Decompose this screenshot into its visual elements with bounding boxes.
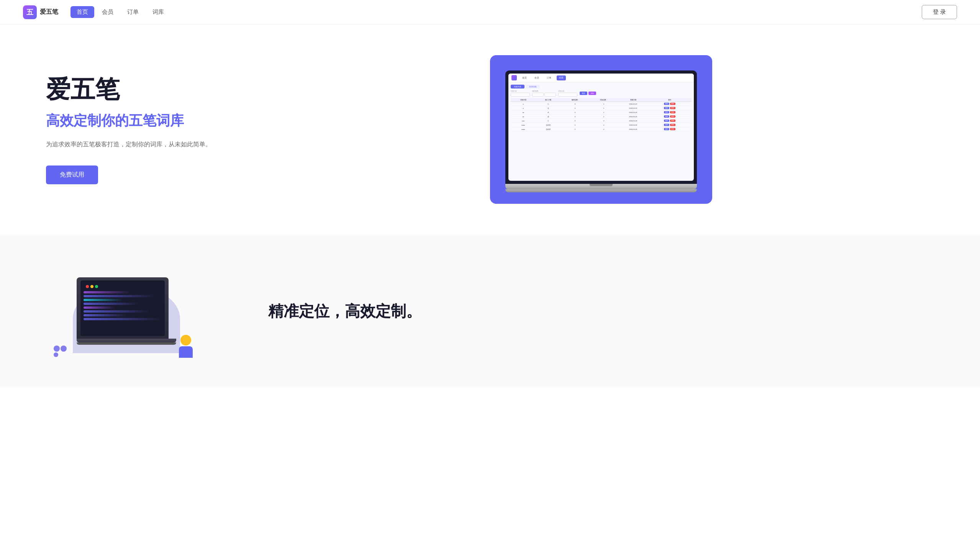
illus-plant-dot-3 xyxy=(54,352,58,357)
laptop-screen: 首页 会员 订单 词库 词条列表 添加词条 词条内容 xyxy=(508,74,694,181)
mini-nav-dict: 词库 xyxy=(557,75,566,80)
illus-dot-green xyxy=(95,285,98,288)
mini-table: 词条内容 输入方案 编码总数 ↑ 词条总数 ↑ 更新日期 操作 xyxy=(511,98,692,131)
logo-area[interactable]: 五 爱五笔 xyxy=(23,5,58,19)
second-section: 精准定位，高效定制。 xyxy=(0,234,980,388)
mini-tab-list: 词条列表 xyxy=(511,85,524,88)
hero-subtitle: 高效定制你的五笔词库 xyxy=(46,112,238,130)
illus-code-line-4 xyxy=(84,303,138,305)
mini-btn-group: 重置 搜索 xyxy=(580,92,596,95)
illus-char-head xyxy=(180,335,191,346)
illus-code-line-2 xyxy=(84,295,154,297)
mini-navbar: 首页 会员 订单 词库 xyxy=(508,74,694,82)
laptop-stand xyxy=(505,189,697,192)
mini-filter-label-1: 词条内容 xyxy=(511,90,530,92)
illus-plant-cluster xyxy=(54,346,67,352)
laptop-notch xyxy=(590,184,613,186)
mini-row-6: aaaa总经理042024-05-28 编辑删除 xyxy=(511,123,692,127)
mini-toolbar: 词条列表 添加词条 xyxy=(511,85,692,88)
mini-nav-member: 会员 xyxy=(532,75,541,80)
mini-row-1: a工012024-05-29 编辑删除 xyxy=(511,102,692,106)
laptop-mockup: 首页 会员 订单 词库 词条列表 添加词条 词条内容 xyxy=(505,70,697,184)
illus-code-line-7 xyxy=(84,314,126,316)
illus-code-line-6 xyxy=(84,310,150,313)
mini-nav-order: 订单 xyxy=(544,75,554,80)
nav-item-order[interactable]: 订单 xyxy=(121,6,145,18)
illus-laptop-body xyxy=(77,277,169,339)
mini-col-c1: 编码总数 ↑ xyxy=(561,98,590,102)
illus-code-line-1 xyxy=(84,291,130,293)
navbar: 五 爱五笔 首页 会员 订单 词库 登 录 xyxy=(0,0,980,25)
screenshot-container: 首页 会员 订单 词库 词条列表 添加词条 词条内容 xyxy=(490,55,712,204)
login-button[interactable]: 登 录 xyxy=(922,5,957,19)
illus-plant-cluster-2 xyxy=(54,352,67,357)
mini-filter-group-2: 编码范围 xyxy=(532,90,556,97)
illus-character xyxy=(176,335,195,358)
illus-laptop-base xyxy=(77,339,176,342)
illus-dot-yellow xyxy=(90,285,93,288)
illus-plants xyxy=(54,346,67,357)
mini-col-char: 输入方案 xyxy=(536,98,560,102)
free-trial-button[interactable]: 免费试用 xyxy=(46,165,98,184)
mini-row-4: aa成022024-05-28 编辑删除 xyxy=(511,115,692,119)
mini-col-c3: 更新日期 xyxy=(618,98,648,102)
hero-image: 首页 会员 订单 词库 词条列表 添加词条 词条内容 xyxy=(268,55,934,204)
mini-col-action: 操作 xyxy=(648,98,692,102)
illus-plant-dot-1 xyxy=(54,346,60,352)
mini-row-7: aaaa总经理042024-05-28 编辑删除 xyxy=(511,127,692,131)
second-text: 精准定位，高效定制。 xyxy=(268,301,934,321)
illus-plant-dot-2 xyxy=(61,346,67,352)
mini-filter-group-3: 词条长度 xyxy=(558,90,577,97)
mini-filter-input-3 xyxy=(558,93,577,97)
nav-item-home[interactable]: 首页 xyxy=(70,6,94,18)
illus-laptop xyxy=(77,277,176,345)
illus-dot-red xyxy=(86,285,89,288)
mini-col-code: 词条内容 xyxy=(511,98,536,102)
mini-filter-input-2b xyxy=(544,93,556,97)
mini-filter-label-2: 编码范围 xyxy=(532,90,556,92)
illus-screen xyxy=(80,280,165,336)
hero-content: 爱五笔 高效定制你的五笔词库 为追求效率的五笔极客打造，定制你的词库，从未如此简… xyxy=(46,75,238,184)
illus-code-line-3 xyxy=(84,299,123,301)
nav-links: 首页 会员 订单 词库 xyxy=(70,6,922,18)
laptop-base xyxy=(505,184,697,189)
mini-logo-icon xyxy=(511,75,517,80)
mini-row-5: aaa工032024-05-28 编辑删除 xyxy=(511,119,692,123)
brand-name: 爱五笔 xyxy=(40,8,58,16)
mini-row-3: aa式022024-05-28 编辑删除 xyxy=(511,110,692,115)
illus-code-line-8 xyxy=(84,318,162,320)
nav-item-member[interactable]: 会员 xyxy=(96,6,120,18)
mini-filter-group-1: 词条内容 xyxy=(511,90,530,97)
mini-content: 词条列表 添加词条 词条内容 编码范围 xyxy=(508,82,694,134)
hero-description: 为追求效率的五笔极客打造，定制你的词库，从未如此简单。 xyxy=(46,139,238,150)
mini-tab-add: 添加词条 xyxy=(526,85,540,88)
mini-row-2: a戈012024-05-29 编辑删除 xyxy=(511,106,692,110)
mini-filter-input-2a xyxy=(532,93,544,97)
mini-search-btn: 重置 xyxy=(580,92,587,95)
mini-filter-label-3: 词条长度 xyxy=(558,90,577,92)
logo-icon: 五 xyxy=(23,5,37,19)
second-illustration xyxy=(46,261,238,361)
mini-nav-home: 首页 xyxy=(520,75,529,80)
illustration-container xyxy=(46,261,207,361)
second-title: 精准定位，高效定制。 xyxy=(268,301,934,321)
illus-code-line-5 xyxy=(84,306,115,309)
mini-reset-btn: 搜索 xyxy=(588,92,596,95)
mini-filter-input-1 xyxy=(511,93,530,97)
hero-section: 爱五笔 高效定制你的五笔词库 为追求效率的五笔极客打造，定制你的词库，从未如此简… xyxy=(0,25,980,234)
nav-item-dict[interactable]: 词库 xyxy=(146,6,170,18)
illus-dots xyxy=(84,283,162,290)
illus-char-body xyxy=(179,346,193,358)
mini-col-c2: 词条总数 ↑ xyxy=(590,98,618,102)
illus-laptop-stand xyxy=(77,342,176,345)
mini-filters: 词条内容 编码范围 词条长度 xyxy=(511,90,692,97)
hero-title: 爱五笔 xyxy=(46,75,238,104)
